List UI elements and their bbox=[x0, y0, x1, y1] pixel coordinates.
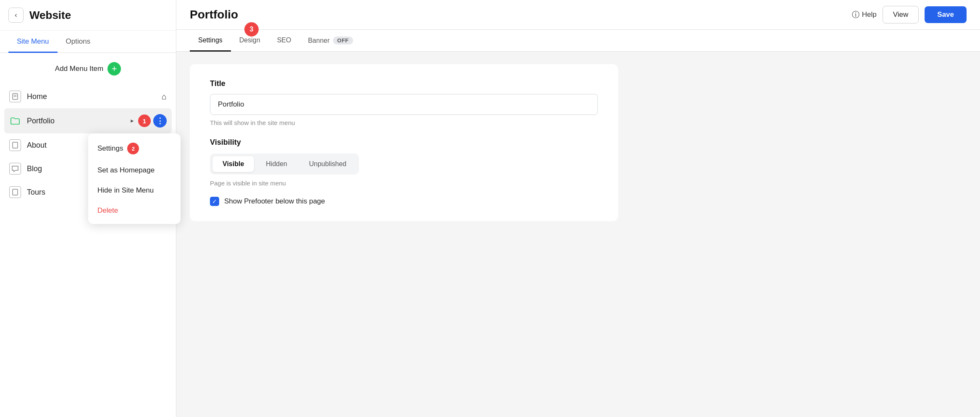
title-label: Title bbox=[210, 79, 598, 88]
page-icon-home bbox=[9, 91, 21, 102]
tab-seo[interactable]: SEO bbox=[269, 30, 300, 52]
menu-item-home-label: Home bbox=[27, 92, 162, 101]
tab-site-menu[interactable]: Site Menu bbox=[8, 31, 58, 53]
sidebar-tabs: Site Menu Options bbox=[0, 31, 176, 53]
page-icon-tours bbox=[9, 186, 21, 198]
view-button[interactable]: View bbox=[883, 6, 919, 23]
comment-icon-blog bbox=[9, 163, 21, 175]
dropdown-settings[interactable]: Settings 2 bbox=[88, 137, 181, 160]
help-circle-icon: ⓘ bbox=[852, 10, 859, 20]
content-area: Title This will show in the site menu Vi… bbox=[176, 52, 980, 417]
main-header: Portfolio ⓘ Help View Save bbox=[176, 0, 980, 30]
back-button[interactable]: ‹ bbox=[8, 8, 24, 23]
dropdown-delete-label: Delete bbox=[97, 206, 118, 215]
dropdown-hide-menu-label: Hide in Site Menu bbox=[97, 186, 154, 195]
settings-card: Title This will show in the site menu Vi… bbox=[190, 64, 618, 221]
menu-item-home[interactable]: Home ⌂ bbox=[4, 85, 172, 108]
tab-banner[interactable]: Banner OFF bbox=[299, 30, 361, 52]
add-menu-item-label: Add Menu Item bbox=[55, 65, 103, 73]
visibility-label: Visibility bbox=[210, 138, 598, 147]
main-panel: Portfolio ⓘ Help View Save Settings Desi… bbox=[176, 0, 980, 417]
prefooter-label: Show Prefooter below this page bbox=[224, 197, 325, 206]
visibility-unpublished[interactable]: Unpublished bbox=[299, 156, 356, 172]
menu-list: Home ⌂ Portfolio ► 1 ⋮ Settings 2 Set as… bbox=[0, 85, 176, 204]
help-button[interactable]: ⓘ Help bbox=[852, 10, 877, 20]
dropdown-set-homepage-label: Set as Homepage bbox=[97, 166, 155, 175]
home-icon: ⌂ bbox=[162, 92, 167, 102]
more-options-button[interactable]: ⋮ bbox=[153, 114, 167, 128]
visibility-visible[interactable]: Visible bbox=[212, 156, 254, 172]
tab-settings[interactable]: Settings bbox=[190, 30, 231, 52]
prefooter-checkbox[interactable]: ✓ bbox=[210, 197, 219, 206]
tab-options[interactable]: Options bbox=[58, 31, 99, 53]
svg-rect-4 bbox=[13, 189, 18, 195]
banner-toggle[interactable]: OFF bbox=[333, 36, 353, 44]
page-icon-about bbox=[9, 139, 21, 151]
prefooter-row: ✓ Show Prefooter below this page bbox=[210, 197, 598, 206]
add-menu-item-button[interactable]: + bbox=[107, 62, 121, 76]
dropdown-hide-menu[interactable]: Hide in Site Menu bbox=[88, 180, 181, 201]
svg-rect-3 bbox=[13, 142, 18, 148]
step-3-badge: 3 bbox=[244, 22, 259, 36]
page-title: Portfolio bbox=[190, 8, 238, 21]
arrow-icon-portfolio: ► bbox=[130, 118, 135, 124]
badge-1[interactable]: 1 bbox=[138, 115, 151, 127]
badge-2: 2 bbox=[127, 143, 139, 154]
title-input[interactable] bbox=[210, 94, 598, 115]
page-tabs: Settings Design SEO Banner OFF 3 bbox=[176, 30, 980, 52]
save-button[interactable]: Save bbox=[925, 6, 967, 23]
visibility-hidden[interactable]: Hidden bbox=[256, 156, 297, 172]
add-menu-item-row: Add Menu Item + bbox=[0, 53, 176, 85]
header-actions: ⓘ Help View Save bbox=[852, 6, 967, 23]
visibility-hint: Page is visible in site menu bbox=[210, 180, 598, 187]
menu-item-portfolio-label: Portfolio bbox=[27, 117, 128, 125]
help-label: Help bbox=[862, 10, 877, 19]
dropdown-delete[interactable]: Delete bbox=[88, 201, 181, 221]
context-menu: Settings 2 Set as Homepage Hide in Site … bbox=[88, 133, 181, 224]
menu-item-portfolio[interactable]: Portfolio ► 1 ⋮ Settings 2 Set as Homepa… bbox=[4, 108, 172, 133]
sidebar-header: ‹ Website bbox=[0, 0, 176, 31]
sidebar-title: Website bbox=[29, 9, 71, 22]
sidebar: ‹ Website Site Menu Options Add Menu Ite… bbox=[0, 0, 176, 417]
dropdown-settings-label: Settings bbox=[97, 144, 123, 153]
dropdown-set-homepage[interactable]: Set as Homepage bbox=[88, 160, 181, 180]
folder-icon-portfolio bbox=[9, 115, 21, 127]
title-hint: This will show in the site menu bbox=[210, 119, 598, 126]
visibility-group: Visible Hidden Unpublished bbox=[210, 154, 359, 175]
